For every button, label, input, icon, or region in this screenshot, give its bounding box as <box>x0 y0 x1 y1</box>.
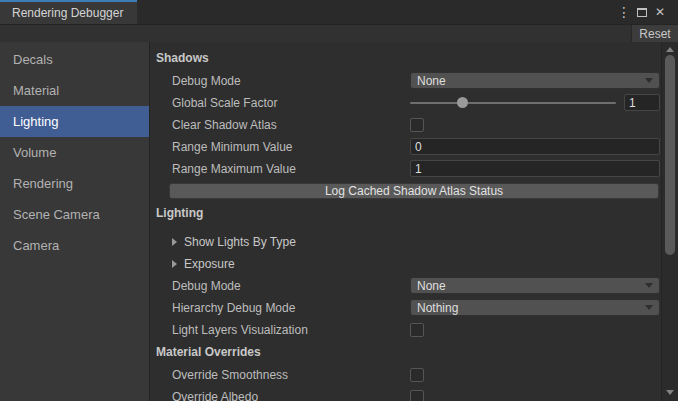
reset-button[interactable]: Reset <box>631 25 678 42</box>
row-hierarchy-debug-mode: Hierarchy Debug Mode Nothing <box>156 299 661 316</box>
light-layers-visualization-label: Light Layers Visualization <box>172 323 410 337</box>
row-override-smoothness: Override Smoothness <box>156 366 661 383</box>
row-lighting-debug-mode: Debug Mode None <box>156 277 661 294</box>
debug-mode-label: Debug Mode <box>172 279 410 293</box>
window-controls: ⋮ ✕ <box>137 0 678 24</box>
section-header-shadows: Shadows <box>156 50 661 66</box>
dropdown-value: None <box>417 279 446 293</box>
debug-mode-label: Debug Mode <box>172 74 410 88</box>
row-shadows-debug-mode: Debug Mode None <box>156 72 661 89</box>
section-header-lighting: Lighting <box>156 205 661 221</box>
row-light-layers-visualization: Light Layers Visualization <box>156 321 661 338</box>
maximize-icon[interactable] <box>633 2 651 22</box>
light-layers-visualization-checkbox[interactable] <box>410 323 424 337</box>
log-cached-shadow-atlas-button[interactable]: Log Cached Shadow Atlas Status <box>169 183 659 199</box>
close-icon[interactable]: ✕ <box>651 2 669 22</box>
foldout-arrow-icon <box>172 238 177 246</box>
shadows-debug-mode-dropdown[interactable]: None <box>410 72 660 89</box>
dropdown-value: None <box>417 74 446 88</box>
debugger-toolbar: Reset <box>0 24 678 42</box>
sidebar: Decals Material Lighting Volume Renderin… <box>0 42 150 401</box>
override-smoothness-label: Override Smoothness <box>172 368 410 382</box>
chevron-down-icon <box>645 305 653 310</box>
scrollbar-up-icon[interactable] <box>666 47 674 52</box>
sidebar-item-rendering[interactable]: Rendering <box>0 168 149 199</box>
foldout-exposure[interactable]: Exposure <box>156 255 661 272</box>
row-global-scale-factor: Global Scale Factor <box>156 94 661 111</box>
range-maximum-field[interactable] <box>410 160 660 177</box>
range-minimum-field[interactable] <box>410 138 660 155</box>
foldout-show-lights-by-type[interactable]: Show Lights By Type <box>156 233 661 250</box>
row-range-minimum: Range Minimum Value <box>156 138 661 155</box>
clear-shadow-atlas-label: Clear Shadow Atlas <box>172 118 410 132</box>
hierarchy-debug-mode-dropdown[interactable]: Nothing <box>410 299 660 316</box>
tab-bar: Rendering Debugger ⋮ ✕ <box>0 0 678 24</box>
row-range-maximum: Range Maximum Value <box>156 160 661 177</box>
lighting-debug-mode-dropdown[interactable]: None <box>410 277 660 294</box>
maximize-glyph <box>637 8 647 17</box>
slider-track <box>410 102 616 104</box>
sidebar-item-lighting[interactable]: Lighting <box>0 106 149 137</box>
scrollbar-down-icon[interactable] <box>666 390 674 395</box>
foldout-label: Show Lights By Type <box>184 235 296 249</box>
slider-thumb[interactable] <box>457 97 468 108</box>
global-scale-factor-slider[interactable] <box>410 94 616 111</box>
rendering-debugger-window: Rendering Debugger ⋮ ✕ Reset Decals Mate… <box>0 0 678 401</box>
global-scale-factor-label: Global Scale Factor <box>172 96 410 110</box>
row-clear-shadow-atlas: Clear Shadow Atlas <box>156 116 661 133</box>
tab-title: Rendering Debugger <box>12 6 123 20</box>
sidebar-item-volume[interactable]: Volume <box>0 137 149 168</box>
dropdown-value: Nothing <box>417 301 458 315</box>
global-scale-factor-field[interactable] <box>624 94 660 111</box>
override-albedo-checkbox[interactable] <box>410 390 424 401</box>
sidebar-item-decals[interactable]: Decals <box>0 44 149 75</box>
override-smoothness-checkbox[interactable] <box>410 368 424 382</box>
scrollbar-thumb[interactable] <box>665 55 675 255</box>
sidebar-item-scene-camera[interactable]: Scene Camera <box>0 199 149 230</box>
chevron-down-icon <box>645 283 653 288</box>
debugger-body: Decals Material Lighting Volume Renderin… <box>0 42 678 401</box>
row-override-albedo: Override Albedo <box>156 388 661 401</box>
foldout-label: Exposure <box>184 257 235 271</box>
foldout-arrow-icon <box>172 260 177 268</box>
kebab-menu-icon[interactable]: ⋮ <box>615 2 633 22</box>
section-header-material-overrides: Material Overrides <box>156 344 661 360</box>
hierarchy-debug-mode-label: Hierarchy Debug Mode <box>172 301 410 315</box>
settings-panel: Shadows Debug Mode None Global Scale Fac… <box>150 42 661 401</box>
override-albedo-label: Override Albedo <box>172 390 410 401</box>
sidebar-item-camera[interactable]: Camera <box>0 230 149 261</box>
chevron-down-icon <box>645 78 653 83</box>
sidebar-item-material[interactable]: Material <box>0 75 149 106</box>
clear-shadow-atlas-checkbox[interactable] <box>410 118 424 132</box>
range-maximum-label: Range Maximum Value <box>172 162 410 176</box>
vertical-scrollbar[interactable] <box>661 42 678 401</box>
range-minimum-label: Range Minimum Value <box>172 140 410 154</box>
tab-rendering-debugger[interactable]: Rendering Debugger <box>0 0 137 24</box>
